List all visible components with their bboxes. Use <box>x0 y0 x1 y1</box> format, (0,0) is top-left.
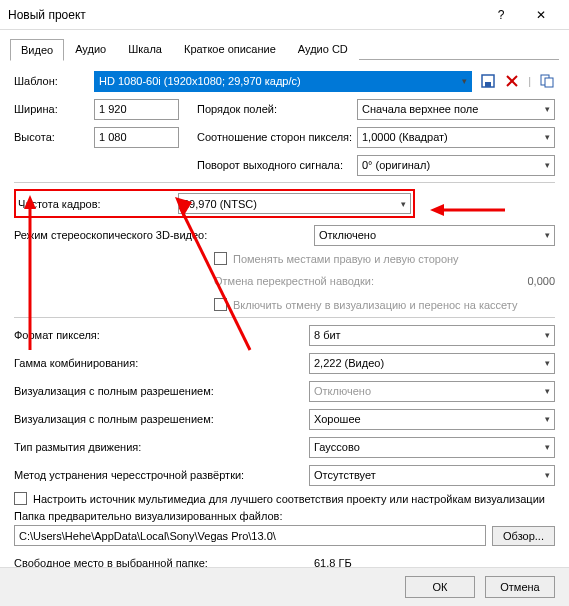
svg-marker-7 <box>430 204 444 216</box>
motion-blur-label: Тип размытия движения: <box>14 441 309 453</box>
field-order-label: Порядок полей: <box>197 103 357 115</box>
height-input[interactable] <box>94 127 179 148</box>
annotation-arrow-right <box>430 200 510 220</box>
pixel-format-label: Формат пикселя: <box>14 329 309 341</box>
width-input[interactable] <box>94 99 179 120</box>
save-template-icon[interactable] <box>480 73 496 89</box>
field-order-select[interactable]: Сначала верхнее поле▾ <box>357 99 555 120</box>
tab-audiocd[interactable]: Аудио CD <box>287 38 359 60</box>
delete-template-icon[interactable] <box>504 73 520 89</box>
adjust-source-checkbox[interactable] <box>14 492 27 505</box>
window-title: Новый проект <box>8 8 481 22</box>
crosstalk-value: 0,000 <box>495 275 555 287</box>
par-select[interactable]: 1,0000 (Квадрат)▾ <box>357 127 555 148</box>
width-label: Ширина: <box>14 103 94 115</box>
prerender-path-input[interactable] <box>14 525 486 546</box>
adjust-source-label: Настроить источник мультимедиа для лучше… <box>33 493 545 505</box>
framerate-select[interactable]: 29,970 (NTSC)▾ <box>178 193 411 214</box>
tab-audio[interactable]: Аудио <box>64 38 117 60</box>
prerender-label: Папка предварительно визуализированных ф… <box>14 510 555 522</box>
help-button[interactable]: ? <box>481 1 521 29</box>
gamma-label: Гамма комбинирования: <box>14 357 309 369</box>
ok-button[interactable]: ОК <box>405 576 475 598</box>
tab-summary[interactable]: Краткое описание <box>173 38 287 60</box>
par-label: Соотношение сторон пикселя: <box>197 131 357 143</box>
motion-blur-select[interactable]: Гауссово▾ <box>309 437 555 458</box>
tab-video[interactable]: Видео <box>10 39 64 61</box>
deinterlace-select[interactable]: Отсутствует▾ <box>309 465 555 486</box>
stereo3d-label: Режим стереоскопического 3D-видео: <box>14 229 314 241</box>
tab-ruler[interactable]: Шкала <box>117 38 173 60</box>
output-rotation-select[interactable]: 0° (оригинал)▾ <box>357 155 555 176</box>
template-label: Шаблон: <box>14 75 94 87</box>
viz-full2-label: Визуализация с полным разрешением: <box>14 413 309 425</box>
swap-lr-checkbox[interactable] <box>214 252 227 265</box>
browse-button[interactable]: Обзор... <box>492 526 555 546</box>
stereo3d-select[interactable]: Отключено▾ <box>314 225 555 246</box>
include-cancel-checkbox[interactable] <box>214 298 227 311</box>
framerate-label: Частота кадров: <box>18 198 178 210</box>
viz-full2-select[interactable]: Хорошее▾ <box>309 409 555 430</box>
gamma-select[interactable]: 2,222 (Видео)▾ <box>309 353 555 374</box>
framerate-highlight: Частота кадров: 29,970 (NTSC)▾ <box>14 189 415 218</box>
pixel-format-select[interactable]: 8 бит▾ <box>309 325 555 346</box>
match-media-icon[interactable] <box>539 73 555 89</box>
viz-full1-select[interactable]: Отключено▾ <box>309 381 555 402</box>
include-cancel-label: Включить отмену в визуализацию и перенос… <box>233 299 518 311</box>
svg-rect-5 <box>545 78 553 87</box>
svg-rect-1 <box>485 82 491 87</box>
swap-lr-label: Поменять местами правую и левую сторону <box>233 253 459 265</box>
output-rotation-label: Поворот выходного сигнала: <box>197 159 357 171</box>
crosstalk-label: Отмена перекрестной наводки: <box>214 275 495 287</box>
height-label: Высота: <box>14 131 94 143</box>
template-select[interactable]: HD 1080-60i (1920x1080; 29,970 кадр/с)▾ <box>94 71 472 92</box>
viz-full1-label: Визуализация с полным разрешением: <box>14 385 309 397</box>
close-button[interactable]: ✕ <box>521 1 561 29</box>
cancel-button[interactable]: Отмена <box>485 576 555 598</box>
deinterlace-label: Метод устранения чересстрочной развёртки… <box>14 469 309 481</box>
